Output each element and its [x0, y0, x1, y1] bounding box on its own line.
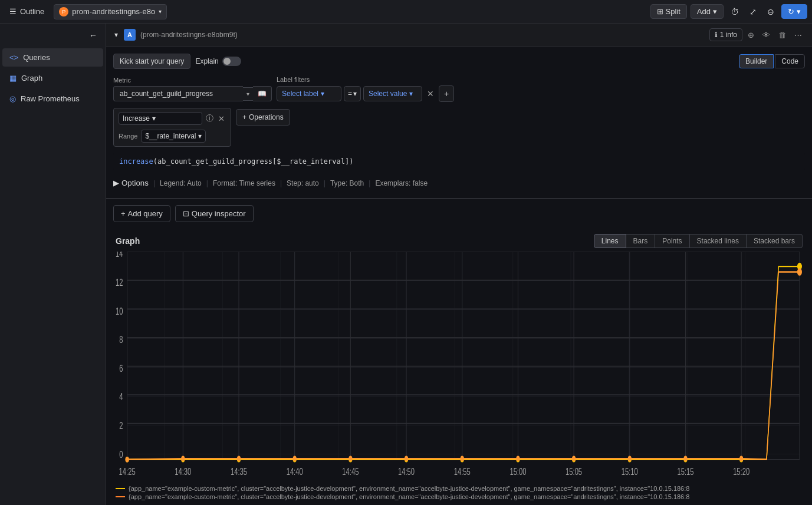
- options-toggle-button[interactable]: ▶ Options: [113, 179, 149, 187]
- format-meta: Format: Time series: [213, 179, 275, 187]
- graph-area: 14 12 10 8 6 4 2 0: [106, 252, 812, 483]
- sidebar-item-label: Raw Prometheus: [21, 94, 80, 103]
- history-button[interactable]: ⏱: [727, 5, 742, 19]
- plus-icon: +: [121, 209, 126, 218]
- outline-button[interactable]: ☰ Outline: [5, 5, 49, 18]
- svg-text:15:00: 15:00: [509, 466, 526, 477]
- tab-bars[interactable]: Bars: [626, 234, 656, 248]
- expr-args: (ab_count_get_guild_progress[$__rate_int…: [153, 157, 354, 166]
- svg-point-48: [405, 456, 408, 461]
- label-filters-row: Select label ▾ = ▾ Select value ▾: [277, 85, 454, 102]
- operations-label: Operations: [249, 113, 284, 121]
- expr-function: increase: [119, 157, 153, 166]
- sidebar-item-queries[interactable]: <> Queries: [2, 48, 103, 67]
- chevron-down-icon: ▾: [198, 132, 202, 140]
- toggle-knob: [223, 58, 231, 65]
- query-inspector-button[interactable]: ⊡ Query inspector: [175, 205, 254, 222]
- svg-text:4: 4: [119, 391, 123, 402]
- svg-point-53: [683, 456, 687, 461]
- svg-point-50: [516, 456, 520, 461]
- operator-select[interactable]: = ▾: [344, 86, 361, 101]
- inspector-icon: ⊡: [183, 209, 189, 218]
- tab-builder[interactable]: Builder: [739, 54, 774, 68]
- metric-input[interactable]: [113, 86, 243, 101]
- svg-point-45: [237, 456, 241, 461]
- svg-point-52: [628, 456, 632, 461]
- operation-remove-button[interactable]: ✕: [217, 113, 226, 124]
- value-select-text: Select value: [369, 90, 407, 98]
- tab-code[interactable]: Code: [775, 54, 805, 68]
- tab-points[interactable]: Points: [655, 234, 689, 248]
- metric-book-button[interactable]: 📖: [253, 86, 272, 101]
- filter-add-button[interactable]: +: [439, 85, 454, 102]
- value-select[interactable]: Select value ▾: [363, 86, 422, 101]
- operation-name-select[interactable]: Increase ▾: [119, 112, 202, 125]
- add-query-label: Add query: [128, 209, 163, 218]
- label-filters-group: Label filters Select label ▾ = ▾: [277, 76, 454, 102]
- svg-text:15:10: 15:10: [622, 466, 638, 477]
- query-collapse-button[interactable]: ▾: [113, 29, 119, 40]
- refresh-button[interactable]: ↻ ▾: [781, 4, 807, 19]
- split-button[interactable]: ⊞ Split: [650, 4, 687, 19]
- options-separator: |: [324, 179, 326, 187]
- sidebar-collapse-button[interactable]: ←: [86, 28, 101, 42]
- svg-point-46: [293, 456, 297, 461]
- explain-toggle[interactable]: [222, 57, 241, 66]
- svg-text:8: 8: [119, 334, 123, 345]
- zoom-out-button[interactable]: ⊖: [764, 5, 778, 19]
- datasource-selector[interactable]: P prom-andritestingns-e8o ▾: [54, 4, 167, 19]
- add-button[interactable]: Add ▾: [691, 4, 724, 19]
- options-label: Options: [121, 179, 149, 187]
- svg-text:14:25: 14:25: [119, 466, 136, 477]
- metric-dropdown-button[interactable]: ▾: [243, 87, 253, 101]
- operation-card: Increase ▾ ⓘ ✕ Range $__rate_interval ▾: [113, 108, 231, 147]
- step-meta: Step: auto: [287, 179, 319, 187]
- svg-point-44: [181, 456, 185, 461]
- kick-start-button[interactable]: Kick start your query: [113, 54, 190, 69]
- main-layout: ← <> Queries ▦ Graph ◎ Raw Prometheus ▾ …: [0, 24, 812, 505]
- tab-lines[interactable]: Lines: [594, 234, 626, 248]
- filter-remove-button[interactable]: ✕: [425, 87, 436, 101]
- options-row: ▶ Options | Legend: Auto | Format: Time …: [113, 175, 805, 191]
- operation-info-button[interactable]: ⓘ: [205, 112, 215, 125]
- sidebar-item-label: Graph: [21, 74, 42, 82]
- svg-point-43: [126, 457, 129, 462]
- svg-text:15:05: 15:05: [566, 466, 582, 477]
- label-select[interactable]: Select label ▾: [277, 86, 341, 101]
- operator-value: =: [348, 90, 352, 98]
- operations-row: Increase ▾ ⓘ ✕ Range $__rate_interval ▾: [113, 108, 805, 147]
- query-top-actions: Kick start your query Explain Builder: [113, 54, 805, 69]
- query-letter-badge: A: [124, 29, 136, 41]
- options-separator: |: [369, 179, 370, 187]
- expand-button[interactable]: ⤢: [746, 5, 760, 19]
- query-actions-bar: + Add query ⊡ Query inspector: [106, 199, 812, 228]
- legend-line-orange: [116, 496, 125, 497]
- info-badge[interactable]: ℹ 1 info: [709, 28, 742, 41]
- info-badge-text: 1 info: [720, 31, 737, 39]
- range-label: Range: [119, 133, 137, 140]
- more-options-button[interactable]: ⋯: [791, 29, 805, 41]
- query-top-left: Kick start your query Explain: [113, 54, 241, 69]
- svg-text:6: 6: [119, 362, 123, 374]
- delete-query-button[interactable]: 🗑: [775, 29, 789, 41]
- eye-query-button[interactable]: 👁: [760, 29, 773, 41]
- tab-stacked-lines[interactable]: Stacked lines: [690, 234, 747, 248]
- query-panel: ▾ A (prom-andritestingns-e8obm9t) ℹ 1 in…: [106, 24, 812, 199]
- legend-item: {app_name="example-custom-metric", clust…: [116, 485, 803, 492]
- expression-row: increase(ab_count_get_guild_progress[$__…: [113, 153, 805, 170]
- sidebar-item-raw-prometheus[interactable]: ◎ Raw Prometheus: [2, 90, 103, 108]
- sidebar-item-graph[interactable]: ▦ Graph: [2, 69, 103, 87]
- graph-type-tabs: Lines Bars Points Stacked lines Stacked …: [594, 234, 803, 248]
- graph-section: Graph Lines Bars Points Stacked lines St…: [106, 228, 812, 505]
- graph-icon: ▦: [9, 74, 17, 82]
- range-select[interactable]: $__rate_interval ▾: [141, 130, 206, 143]
- tab-stacked-bars[interactable]: Stacked bars: [747, 234, 803, 248]
- chevron-down-icon: ▾: [152, 114, 156, 123]
- add-operations-button[interactable]: + Operations: [236, 109, 290, 126]
- add-query-button[interactable]: + Add query: [113, 205, 170, 222]
- chevron-down-icon: ▾: [409, 90, 413, 98]
- chevron-down-icon: ▾: [353, 90, 357, 98]
- metric-field-label: Metric: [113, 77, 272, 84]
- graph-header: Graph Lines Bars Points Stacked lines St…: [106, 228, 812, 252]
- copy-query-button[interactable]: ⊕: [745, 29, 757, 41]
